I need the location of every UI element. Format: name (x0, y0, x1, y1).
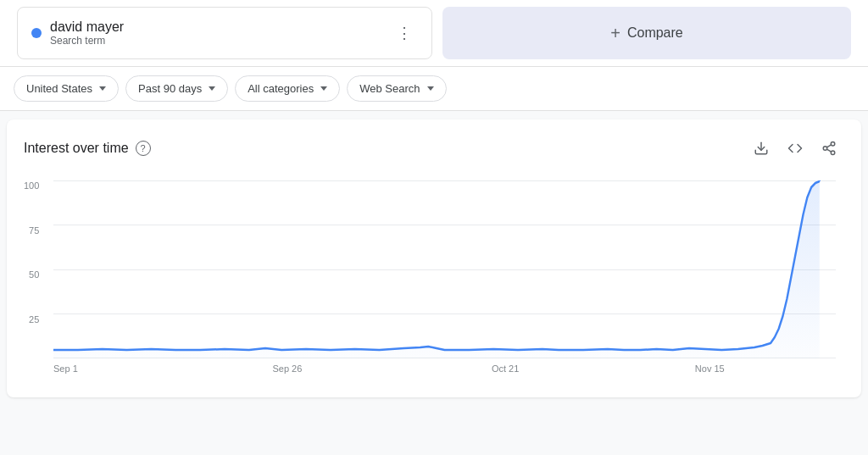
x-label-oct21: Oct 21 (492, 363, 519, 374)
time-period-chevron-icon (209, 86, 215, 91)
chart-title: Interest over time (24, 141, 129, 156)
search-type-chevron-icon (427, 86, 434, 91)
line-chart-svg (53, 180, 836, 358)
search-term-card: david mayer Search term ⋮ (17, 7, 432, 59)
time-period-filter-label: Past 90 days (138, 82, 202, 95)
embed-button[interactable] (780, 133, 810, 164)
location-chevron-icon (99, 86, 106, 91)
location-filter-label: United States (26, 82, 92, 95)
chart-actions (746, 133, 844, 164)
search-type-filter-label: Web Search (359, 82, 420, 95)
search-type-filter[interactable]: Web Search (347, 75, 446, 102)
search-term-left: david mayer Search term (31, 19, 124, 47)
filters-bar: United States Past 90 days All categorie… (0, 67, 868, 111)
compare-label: Compare (627, 25, 683, 41)
search-term-text: david mayer Search term (50, 19, 124, 47)
download-button[interactable] (746, 133, 776, 164)
search-term-label: Search term (50, 35, 124, 47)
time-period-filter[interactable]: Past 90 days (125, 75, 228, 102)
compare-button[interactable]: + Compare (442, 7, 851, 59)
blue-dot-indicator (31, 28, 42, 38)
chart-area: 100 75 50 25 (53, 180, 836, 384)
y-label-50: 50 (29, 269, 39, 280)
location-filter[interactable]: United States (14, 75, 119, 102)
svg-line-4 (826, 149, 831, 152)
chart-title-area: Interest over time ? (24, 141, 151, 156)
share-button[interactable] (814, 133, 844, 164)
x-label-sep1: Sep 1 (53, 363, 78, 374)
top-bar: david mayer Search term ⋮ + Compare (0, 0, 868, 67)
x-axis: Sep 1 Sep 26 Oct 21 Nov 15 (53, 358, 836, 384)
x-label-sep26: Sep 26 (272, 363, 302, 374)
x-label-nov15: Nov 15 (695, 363, 725, 374)
y-label-100: 100 (24, 180, 39, 191)
svg-line-5 (826, 145, 831, 147)
categories-filter[interactable]: All categories (235, 75, 340, 102)
compare-plus-icon: + (610, 24, 620, 43)
y-label-25: 25 (29, 314, 39, 325)
categories-chevron-icon (320, 86, 327, 91)
search-term-value: david mayer (50, 19, 124, 35)
y-axis: 100 75 50 25 (24, 180, 44, 358)
chart-header: Interest over time ? (24, 133, 844, 164)
categories-filter-label: All categories (248, 82, 314, 95)
help-icon[interactable]: ? (136, 141, 151, 156)
more-options-button[interactable]: ⋮ (391, 19, 418, 47)
interest-over-time-card: Interest over time ? (7, 119, 861, 397)
y-label-75: 75 (29, 225, 39, 236)
